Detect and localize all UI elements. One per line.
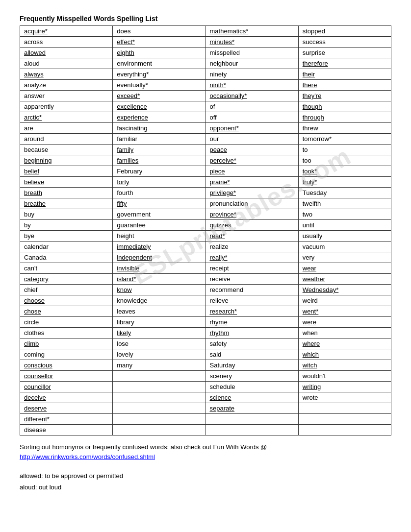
definition-item: aloud: out loud	[20, 482, 391, 493]
word-item: coming	[24, 351, 45, 358]
word-item: prairie*	[210, 178, 230, 186]
word-item: government	[117, 211, 151, 218]
word-item: surprise	[303, 49, 325, 56]
word-item: province*	[210, 211, 236, 218]
word-item: success	[303, 38, 326, 46]
word-item: really*	[210, 254, 228, 261]
word-item: choose	[24, 297, 45, 304]
word-item: fascinating	[117, 124, 147, 132]
word-item: weather	[303, 275, 325, 283]
word-item: experience	[117, 114, 148, 121]
word-item: Saturday	[210, 362, 235, 369]
word-item: minutes*	[210, 38, 235, 46]
word-item: of	[210, 103, 215, 110]
word-item: very	[303, 254, 315, 261]
word-item: family	[117, 146, 133, 153]
footer-link[interactable]: http://www.rinkworks.com/words/confused.…	[20, 453, 155, 460]
word-item: Wednesday*	[303, 286, 338, 293]
word-item: therefore	[303, 60, 328, 67]
word-item: pronunciation	[210, 200, 248, 207]
word-item: two	[303, 211, 312, 218]
word-item: quizzes	[210, 221, 231, 229]
word-item: piece	[210, 168, 225, 175]
word-item: breath	[24, 189, 42, 196]
word-item: usually	[303, 232, 322, 240]
word-item: know	[117, 286, 131, 293]
word-item: science	[210, 394, 231, 401]
word-item: arctic*	[24, 114, 42, 121]
word-item: relieve	[210, 297, 229, 304]
word-item: there	[303, 81, 317, 89]
word-item: tomorrow*	[303, 135, 332, 143]
word-item: eighth	[117, 49, 134, 56]
word-item: read*	[210, 232, 225, 240]
word-item: Canada	[24, 254, 47, 261]
footer-text: Sorting out homonyms or frequently confu…	[20, 442, 391, 461]
word-item: stopped	[303, 27, 325, 35]
word-item: they're	[303, 92, 322, 99]
word-item: forty	[117, 178, 129, 186]
word-item: families	[117, 157, 138, 164]
word-item: category	[24, 275, 49, 283]
word-item: misspelled	[210, 49, 240, 56]
word-item: because	[24, 146, 48, 153]
word-item: where	[303, 340, 320, 347]
word-item: their	[303, 71, 315, 78]
word-item: everything*	[117, 71, 149, 78]
word-item: which	[303, 351, 319, 358]
word-item: ninety	[210, 71, 227, 78]
word-item: belief	[24, 168, 39, 175]
word-item: schedule	[210, 383, 235, 390]
word-item: independent	[117, 254, 152, 261]
word-item: around	[24, 135, 44, 143]
word-item: always	[24, 71, 44, 78]
word-item: wrote	[303, 394, 318, 401]
word-item: acquire*	[24, 27, 48, 35]
word-item: lose	[117, 340, 128, 347]
word-item: vacuum	[303, 243, 325, 250]
word-item: fourth	[117, 189, 133, 196]
word-item: neighbour	[210, 60, 238, 67]
word-item: many	[117, 362, 132, 369]
word-item: though	[303, 103, 322, 110]
word-item: fifty	[117, 200, 127, 207]
word-item: are	[24, 124, 33, 132]
word-item: separate	[210, 405, 235, 412]
word-item: opponent*	[210, 124, 239, 132]
word-item: research*	[210, 308, 237, 315]
word-item: Tuesday	[303, 189, 327, 196]
word-item: wouldn't	[303, 372, 326, 380]
word-item: calendar	[24, 243, 49, 250]
word-item: recommend	[210, 286, 244, 293]
word-item: rhythm	[210, 329, 230, 337]
word-item: knowledge	[117, 297, 147, 304]
word-item: wear	[303, 265, 316, 272]
word-item: councillor	[24, 383, 51, 390]
word-item: climb	[24, 340, 39, 347]
word-item: took*	[303, 168, 317, 175]
word-item: twelfth	[303, 200, 321, 207]
word-item: analyze	[24, 81, 46, 89]
word-item: by	[24, 221, 31, 229]
word-item: through	[303, 114, 324, 121]
word-item: were	[303, 318, 316, 326]
word-item: exceed*	[117, 92, 140, 99]
page-wrapper: ESLprintables.com Frequently Misspelled …	[20, 15, 391, 493]
word-item: rhyme	[210, 318, 228, 326]
word-item: answer	[24, 92, 45, 99]
word-item: immediately	[117, 243, 151, 250]
definitions-section: allowed: to be approved or permittedalou…	[20, 470, 391, 493]
word-item: effect*	[117, 38, 135, 46]
word-item: off	[210, 114, 217, 121]
word-item: truly*	[303, 178, 317, 186]
word-item: weird	[303, 297, 318, 304]
word-item: scenery	[210, 372, 232, 380]
word-item: island*	[117, 275, 136, 283]
word-item: until	[303, 221, 314, 229]
word-item: beginning	[24, 157, 51, 164]
word-item: privilege*	[210, 189, 236, 196]
word-item: allowed	[24, 49, 46, 56]
word-item: eventually*	[117, 81, 148, 89]
word-item: environment	[117, 60, 152, 67]
word-item: realize	[210, 243, 229, 250]
